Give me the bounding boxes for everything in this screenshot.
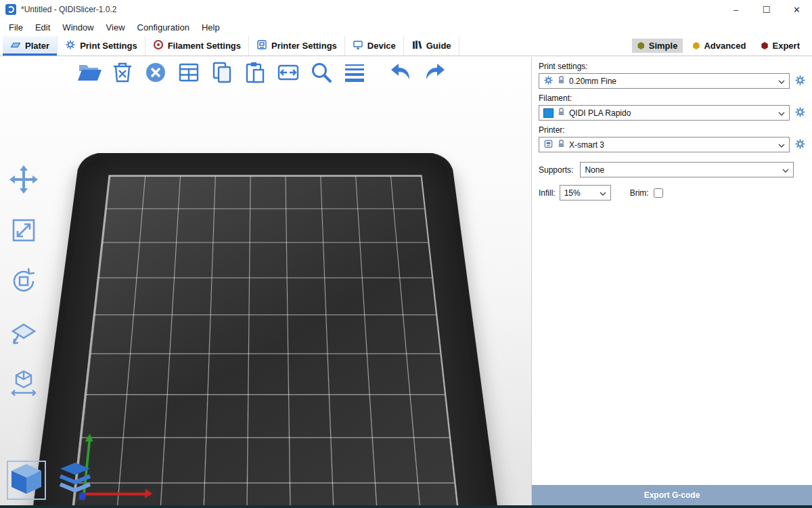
filament-label: Filament:	[539, 93, 806, 103]
lock-icon	[558, 76, 565, 87]
split-objects-button[interactable]	[275, 60, 302, 87]
printer-icon	[256, 39, 267, 52]
mode-advanced[interactable]: Advanced	[687, 39, 751, 53]
mode-label: Expert	[773, 41, 800, 51]
guide-icon	[411, 39, 422, 52]
menu-item-edit[interactable]: Edit	[29, 21, 56, 34]
print-settings-label: Print settings:	[539, 62, 806, 71]
settings-sidebar: Print settings: 0.20mm Fine Filament: QI…	[531, 57, 812, 508]
minimize-button[interactable]: –	[721, 0, 751, 19]
filament-combo[interactable]: QIDI PLA Rapido	[539, 105, 790, 121]
window-bottom-edge	[0, 505, 812, 508]
redo-button[interactable]	[421, 60, 448, 87]
tab-printer-settings[interactable]: Printer Settings	[249, 36, 345, 56]
arrange-icon	[175, 59, 202, 89]
layer-height-icon	[341, 59, 368, 89]
menu-item-configuration[interactable]: Configuration	[131, 21, 196, 34]
redo-icon	[421, 59, 448, 89]
advanced-mode-icon	[692, 42, 700, 49]
preview-view-button[interactable]	[55, 461, 95, 500]
search-icon	[308, 59, 335, 89]
tab-label: Plater	[25, 41, 49, 51]
open-file-button[interactable]	[76, 60, 103, 87]
menu-item-help[interactable]: Help	[196, 21, 226, 34]
measure-icon	[8, 367, 39, 401]
chevron-down-icon	[782, 165, 789, 175]
menu-bar: File Edit Window View Configuration Help	[0, 19, 812, 36]
trash-icon	[109, 59, 136, 89]
place-on-face-tool-button[interactable]	[7, 316, 41, 350]
close-button[interactable]: ✕	[782, 0, 812, 19]
tab-label: Filament Settings	[168, 41, 241, 51]
scale-tool-button[interactable]	[7, 215, 41, 249]
arrange-button[interactable]	[175, 60, 202, 87]
simple-mode-icon	[637, 42, 645, 49]
mode-label: Simple	[649, 41, 678, 51]
3d-view-cube-icon	[7, 460, 45, 501]
menu-item-window[interactable]: Window	[56, 21, 99, 34]
split-objects-icon	[275, 59, 302, 89]
supports-combo[interactable]: None	[580, 162, 794, 177]
supports-label: Supports:	[539, 165, 573, 175]
printer-gear-button[interactable]	[794, 138, 806, 152]
bed-grid-surface	[72, 175, 459, 508]
lock-icon	[558, 140, 565, 150]
print-bed[interactable]	[22, 153, 509, 508]
tab-device[interactable]: Device	[345, 36, 404, 56]
app-logo-icon	[5, 4, 16, 15]
infill-value: 15%	[564, 188, 581, 198]
infill-combo[interactable]: 15%	[560, 185, 611, 200]
chevron-down-icon	[778, 77, 785, 86]
filament-gear-button[interactable]	[794, 106, 806, 120]
copy-icon	[208, 59, 235, 89]
main-area: Print settings: 0.20mm Fine Filament: QI…	[0, 57, 812, 508]
paste-button[interactable]	[242, 60, 269, 87]
printer-value: X-smart 3	[569, 140, 604, 150]
menu-item-file[interactable]: File	[3, 21, 29, 34]
filament-spool-icon	[153, 39, 164, 52]
copy-button[interactable]	[208, 60, 235, 87]
variable-layer-height-button[interactable]	[341, 60, 368, 87]
tab-bar: Plater Print Settings Filament Settings …	[0, 36, 812, 56]
brim-label: Brim:	[630, 188, 649, 198]
filament-color-swatch	[543, 108, 554, 118]
tab-plater[interactable]: Plater	[3, 36, 58, 56]
lock-icon	[558, 108, 565, 119]
tab-filament-settings[interactable]: Filament Settings	[145, 36, 249, 56]
place-on-face-icon	[8, 316, 39, 350]
measure-tool-button[interactable]	[7, 367, 41, 401]
undo-button[interactable]	[388, 60, 415, 87]
menu-item-view[interactable]: View	[100, 21, 131, 34]
layers-preview-icon	[56, 460, 94, 501]
expert-mode-icon	[761, 42, 769, 49]
brim-checkbox[interactable]	[654, 188, 663, 198]
move-tool-button[interactable]	[7, 164, 41, 198]
print-settings-gear-button[interactable]	[794, 75, 806, 88]
3d-viewport[interactable]	[0, 57, 531, 508]
search-button[interactable]	[308, 60, 335, 87]
maximize-button[interactable]: ☐	[751, 0, 782, 19]
tab-label: Guide	[426, 41, 451, 51]
print-settings-combo[interactable]: 0.20mm Fine	[539, 73, 790, 89]
export-gcode-button[interactable]: Export G-code	[532, 485, 812, 505]
scale-icon	[8, 215, 39, 249]
plater-icon	[10, 39, 21, 52]
tab-label: Print Settings	[80, 41, 137, 51]
titlebar: *Untitled - QIDISlicer-1.0.2 – ☐ ✕	[0, 0, 812, 19]
3d-editor-view-button[interactable]	[7, 461, 46, 500]
device-monitor-icon	[353, 39, 363, 52]
gizmo-toolbar	[7, 164, 41, 401]
chevron-down-icon	[778, 108, 785, 118]
tab-print-settings[interactable]: Print Settings	[58, 36, 145, 56]
view-toolbar	[7, 461, 95, 500]
delete-all-button[interactable]	[142, 60, 169, 87]
tab-label: Device	[367, 41, 396, 51]
chevron-down-icon	[600, 188, 606, 198]
rotate-tool-button[interactable]	[7, 266, 41, 299]
delete-button[interactable]	[109, 60, 136, 87]
printer-combo[interactable]: X-smart 3	[539, 137, 790, 152]
mode-simple[interactable]: Simple	[632, 39, 683, 53]
chevron-down-icon	[778, 140, 785, 150]
tab-guide[interactable]: Guide	[404, 36, 459, 56]
mode-expert[interactable]: Expert	[756, 39, 805, 53]
